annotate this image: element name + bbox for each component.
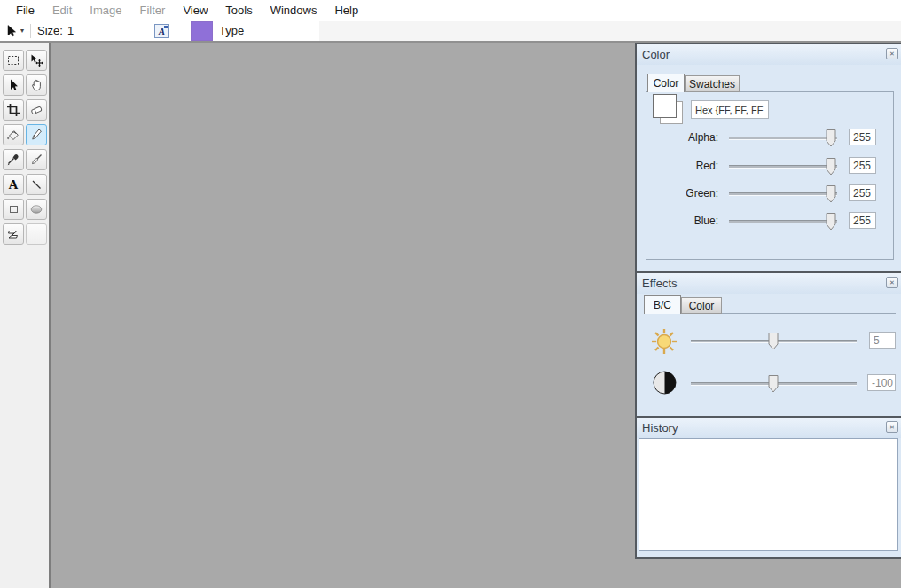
- contrast-slider-thumb[interactable]: [768, 374, 779, 393]
- tab-effects-color[interactable]: Color: [681, 297, 722, 314]
- paint-application-window: File Edit Image Filter View Tools Window…: [0, 0, 901, 588]
- contrast-value-input[interactable]: [867, 374, 896, 391]
- rectangle-icon: [6, 202, 20, 216]
- tool-hand[interactable]: [26, 74, 47, 96]
- tab-bc[interactable]: B/C: [644, 295, 681, 314]
- size-value[interactable]: 1: [67, 21, 74, 41]
- rectangle-select-icon: [6, 53, 20, 67]
- alpha-slider-track[interactable]: [729, 137, 837, 139]
- effects-tab-page: [644, 313, 896, 414]
- pencil-icon: [29, 128, 43, 142]
- cursor-dropdown-caret-icon[interactable]: ▾: [20, 24, 24, 38]
- tool-rectangle-select[interactable]: [3, 50, 24, 71]
- hex-color-input[interactable]: [691, 100, 769, 119]
- eraser-icon: [29, 103, 43, 117]
- tool-line[interactable]: [26, 174, 47, 195]
- tab-swatches[interactable]: Swatches: [685, 75, 740, 92]
- paint-bucket-icon: [6, 128, 20, 142]
- color-panel-title[interactable]: Color: [637, 44, 901, 65]
- red-slider-track[interactable]: [729, 165, 837, 168]
- menu-windows[interactable]: Windows: [262, 0, 326, 21]
- blue-label: Blue:: [651, 215, 718, 227]
- menu-image[interactable]: Image: [81, 0, 130, 21]
- cursor-tool-icon[interactable]: [5, 24, 20, 38]
- green-label: Green:: [651, 187, 718, 200]
- font-picker-button[interactable]: A: [154, 24, 169, 38]
- alpha-label: Alpha:: [651, 131, 718, 144]
- red-value-input[interactable]: [849, 157, 876, 174]
- alpha-value-input[interactable]: [849, 129, 876, 145]
- red-slider-thumb[interactable]: [826, 157, 836, 176]
- brightness-slider-thumb[interactable]: [768, 332, 779, 350]
- tool-ellipse[interactable]: [26, 199, 47, 220]
- menu-filter[interactable]: Filter: [131, 0, 175, 21]
- green-slider-track[interactable]: [729, 192, 837, 195]
- tool-rectangle[interactable]: [3, 199, 24, 220]
- text-tool-icon: A: [9, 178, 19, 192]
- brush-icon: [29, 153, 43, 167]
- tool-polygon[interactable]: [3, 223, 24, 245]
- alpha-slider-thumb[interactable]: [826, 129, 836, 147]
- eyedropper-icon: [6, 153, 20, 167]
- tool-options-bar: ▾ Size: 1 A Type: [0, 21, 901, 43]
- tool-move[interactable]: [26, 50, 47, 71]
- contrast-icon: [653, 371, 677, 395]
- tool-palette: A: [0, 43, 51, 588]
- line-icon: [29, 177, 43, 192]
- tool-brush[interactable]: [26, 149, 47, 170]
- pointer-icon: [6, 78, 20, 92]
- color-panel-close-icon[interactable]: ✕: [886, 48, 898, 59]
- tool-slot-empty: [26, 223, 47, 245]
- menu-file[interactable]: File: [7, 0, 43, 21]
- tool-text[interactable]: A: [3, 174, 24, 195]
- tool-eraser[interactable]: [26, 99, 47, 121]
- move-icon: [29, 53, 43, 67]
- brightness-icon: [651, 328, 678, 355]
- history-panel-title[interactable]: History: [637, 418, 901, 438]
- type-label: Type: [219, 21, 244, 41]
- tool-eyedropper[interactable]: [3, 149, 24, 170]
- type-color-swatch[interactable]: [191, 21, 213, 41]
- tab-color[interactable]: Color: [647, 74, 685, 92]
- menu-tools[interactable]: Tools: [216, 0, 261, 21]
- primary-color-swatch[interactable]: [653, 94, 677, 118]
- size-label: Size:: [37, 21, 63, 41]
- tool-paint-bucket[interactable]: [3, 124, 24, 145]
- green-value-input[interactable]: [849, 184, 876, 201]
- tool-crop[interactable]: [3, 99, 24, 121]
- menu-view[interactable]: View: [174, 0, 216, 21]
- brightness-value-input[interactable]: [869, 332, 896, 349]
- crop-icon: [6, 103, 20, 117]
- ellipse-icon: [29, 202, 43, 216]
- tool-pointer[interactable]: [3, 74, 24, 96]
- panels-window: Color ✕ Color Swatches Alpha: Red: Green…: [635, 43, 901, 559]
- toolbar-separator: [30, 24, 31, 38]
- color-groupbox: [646, 91, 894, 260]
- blue-value-input[interactable]: [849, 212, 876, 229]
- history-list[interactable]: [639, 438, 898, 551]
- effects-panel-title[interactable]: Effects: [637, 273, 901, 294]
- menu-edit[interactable]: Edit: [43, 0, 81, 21]
- green-slider-thumb[interactable]: [826, 184, 836, 203]
- blue-slider-track[interactable]: [729, 220, 837, 223]
- font-icon-mark: [164, 26, 168, 28]
- menu-help[interactable]: Help: [325, 0, 367, 21]
- hand-icon: [29, 78, 43, 92]
- effects-panel-close-icon[interactable]: ✕: [886, 277, 898, 288]
- polygon-icon: [6, 227, 20, 241]
- tool-pencil[interactable]: [26, 124, 47, 145]
- red-label: Red:: [651, 160, 718, 172]
- history-panel-close-icon[interactable]: ✕: [886, 421, 898, 433]
- blue-slider-thumb[interactable]: [826, 212, 836, 231]
- menu-bar: File Edit Image Filter View Tools Window…: [0, 0, 901, 21]
